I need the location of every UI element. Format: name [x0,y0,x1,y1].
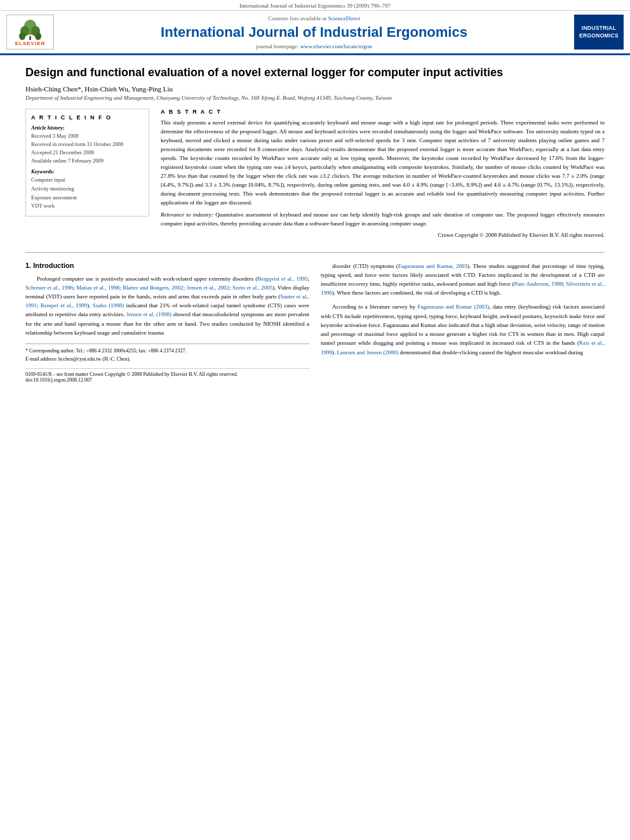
journal-center-block: Contents lists available at ScienceDirec… [60,15,568,50]
journal-citation: International Journal of Industrial Ergo… [239,3,391,9]
keyword-2: Activity monitoring [31,185,144,194]
section-divider [25,252,605,253]
article-info-box: A R T I C L E I N F O Article history: R… [25,109,149,216]
abstract-body: This study presents a novel external dev… [161,119,605,239]
svg-point-4 [19,32,25,40]
relevance-text: Relevance to industry: Quantitative asse… [161,211,605,229]
copyright: Crown Copyright © 2008 Published by Else… [161,231,605,240]
relevance-label: Relevance to industry: [161,211,215,218]
ie-logo-line2: ERGONOMICS [579,32,619,39]
doi-note: doi:10.1016/j.ergon.2008.12.007 [25,377,309,383]
abstract-column: A B S T R A C T This study presents a no… [161,109,605,243]
svg-rect-0 [29,36,31,40]
article-info-heading: A R T I C L E I N F O [31,114,144,121]
intro-col-right: disorder (CTD) symptoms (Fagarasanu and … [321,262,605,383]
abstract-paragraph-1: This study presents a novel external dev… [161,119,605,207]
journal-header: ELSEVIER Contents lists available at Sci… [0,11,630,55]
issn-note: 0169-8141/$ – see front matter Crown Cop… [25,371,309,377]
keyword-4: VDT work [31,202,144,211]
history-label: Article history: [31,124,144,131]
revised-date: Received in revised form 31 October 2008 [31,140,144,149]
journal-title: International Journal of Industrial Ergo… [60,24,568,41]
journal-citation-bar: International Journal of Industrial Ergo… [0,0,630,11]
accepted-date: Accepted 21 December 2008 [31,149,144,157]
intro-col-left: 1. Introduction Prolonged computer use i… [25,262,309,383]
main-content: Design and functional evaluation of a no… [0,55,630,393]
abstract-heading: A B S T R A C T [161,109,605,115]
elsevier-logo: ELSEVIER [6,15,54,50]
introduction-section: 1. Introduction Prolonged computer use i… [25,262,605,383]
email-note: E-mail address: hcchen@cyut.edu.tw (H.-C… [25,356,309,363]
homepage-link: journal homepage: www.elsevier.com/locat… [60,43,568,50]
article-info-column: A R T I C L E I N F O Article history: R… [25,109,149,243]
intro-text-col2: disorder (CTD) symptoms (Fagarasanu and … [321,262,605,357]
doi-line: 0169-8141/$ – see front matter Crown Cop… [25,368,309,383]
intro-para-1: Prolonged computer use is positively ass… [25,274,309,338]
keyword-1: Computer input [31,176,144,185]
svg-point-5 [35,32,41,40]
elsevier-wordmark: ELSEVIER [15,41,46,46]
received-date: Received 3 May 2008 [31,132,144,140]
ie-journal-logo: INDUSTRIAL ERGONOMICS [574,15,624,50]
ie-logo-line1: INDUSTRIAL [582,25,616,32]
affiliation: Department of Industrial Engineering and… [25,95,605,101]
elsevier-tree-icon [16,18,44,41]
intro-text-col1: Prolonged computer use is positively ass… [25,274,309,338]
intro-para-3: According to a literature survey by Faga… [321,302,605,356]
keywords-section: Keywords: Computer input Activity monito… [31,168,144,210]
footnotes: * Corresponding author. Tel.: +886 4 233… [25,343,309,363]
intro-heading: 1. Introduction [25,262,309,269]
article-title: Design and functional evaluation of a no… [25,65,605,80]
relevance-body: Quantitative assessment of keyboard and … [161,211,605,227]
keyword-3: Exposure assessment [31,194,144,203]
available-date: Available online 7 February 2009 [31,157,144,165]
article-info-abstract-row: A R T I C L E I N F O Article history: R… [25,109,605,243]
abstract-section: A B S T R A C T This study presents a no… [161,109,605,239]
authors: Hsieh-Ching Chen*, Hsin-Chieh Wu, Yung-P… [25,85,605,93]
keywords-label: Keywords: [31,168,144,175]
sciencedirect-link: Contents lists available at ScienceDirec… [60,15,568,22]
corresponding-note: * Corresponding author. Tel.: +886 4 233… [25,347,309,355]
intro-para-2: disorder (CTD) symptoms (Fagarasanu and … [321,262,605,298]
